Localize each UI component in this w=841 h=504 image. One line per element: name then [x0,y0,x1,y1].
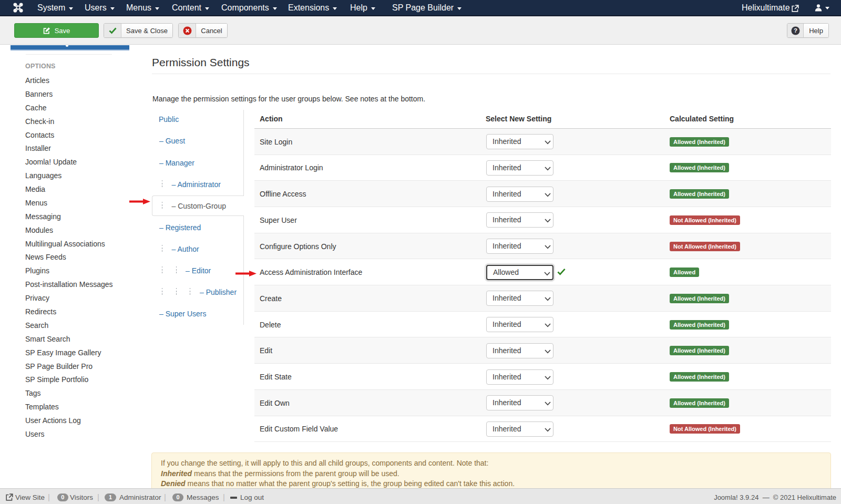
svg-text:?: ? [793,27,797,34]
